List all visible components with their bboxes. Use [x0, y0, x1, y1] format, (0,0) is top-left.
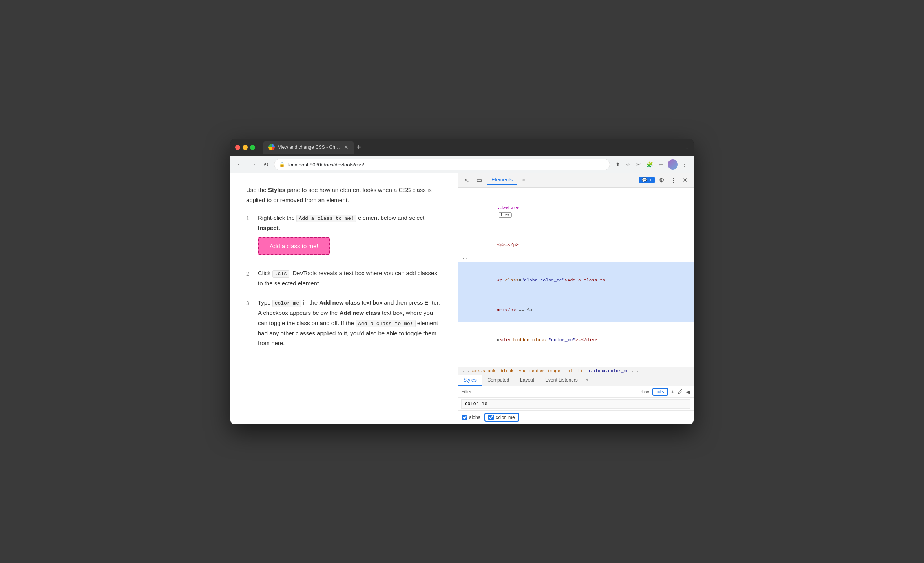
bookmark-button[interactable]: ☆ [624, 160, 632, 169]
flex-badge: flex [499, 212, 512, 218]
step-3-content: Type color_me in the Add new class text … [258, 298, 442, 348]
device-toolbar-button[interactable]: ▭ [474, 175, 484, 185]
step-number-2: 2 [246, 269, 252, 279]
browser-tab[interactable]: View and change CSS - Chrom… ✕ [263, 141, 354, 154]
close-button[interactable] [235, 145, 240, 150]
dom-pseudo-before: ::before [497, 205, 519, 210]
add-new-class-bold2: Add new class [340, 309, 380, 316]
breadcrumb-item-3[interactable]: p.aloha.color_me [587, 369, 629, 373]
breadcrumb-dots: ... [462, 369, 470, 373]
url-text: localhost:8080/docs/devtools/css/ [288, 162, 364, 168]
color-me-checkbox[interactable] [488, 415, 494, 420]
aloha-checkbox[interactable] [462, 415, 467, 420]
forward-button[interactable]: → [248, 159, 258, 170]
step-1-content: Right-click the Add a class to me! eleme… [258, 213, 442, 259]
styles-tab-event-listeners[interactable]: Event Listeners [540, 375, 583, 386]
new-tab-button[interactable]: + [356, 143, 361, 151]
add-class-code2: Add a class to me! [356, 320, 415, 327]
class-input[interactable] [461, 399, 690, 409]
step-1: 1 Right-click the Add a class to me! ele… [246, 213, 442, 259]
filter-input[interactable] [461, 389, 638, 395]
dom-line-p1: <p>…</p> [458, 227, 694, 256]
browser-content: Use the Styles pane to see how an elemen… [230, 173, 694, 424]
hov-button[interactable]: :hov [641, 389, 649, 394]
notification-icon: 💬 [642, 177, 647, 183]
styles-tab-bar: Styles Computed Layout Event Listeners » [458, 375, 694, 386]
address-bar: ← → ↻ 🔒 localhost:8080/docs/devtools/css… [230, 156, 694, 173]
class-toggle-color-me[interactable]: color_me [484, 413, 519, 422]
close-devtools-button[interactable]: ✕ [681, 176, 690, 185]
share-button[interactable]: ⬆ [614, 160, 622, 169]
step-number-1: 1 [246, 214, 252, 223]
menu-button[interactable]: ⋮ [680, 160, 689, 169]
color-me-code: color_me [272, 300, 301, 307]
cls-button[interactable]: .cls [652, 388, 668, 396]
sidebar-button[interactable]: ▭ [657, 160, 665, 169]
devtools-panel: ↖ ▭ Elements » 💬 1 ⚙ ⋮ ✕ [458, 173, 694, 424]
step-2-content: Click .cls. DevTools reveals a text box … [258, 268, 442, 289]
tab-close-icon[interactable]: ✕ [344, 144, 349, 150]
dom-line-selected2[interactable]: me!</p> == $0 [458, 292, 694, 322]
tab-bar: View and change CSS - Chrom… ✕ + [263, 141, 682, 154]
breadcrumb-item-0[interactable]: ack.stack--block.type.center-images [472, 369, 563, 373]
breadcrumb-bar: ... ack.stack--block.type.center-images … [458, 367, 694, 375]
settings-button[interactable]: ⚙ [657, 176, 666, 185]
add-new-class-bold1: Add new class [319, 299, 360, 306]
step-3: 3 Type color_me in the Add new class tex… [246, 298, 442, 348]
step-1-code: Add a class to me! [296, 215, 356, 222]
class-toggle-aloha[interactable]: aloha [462, 415, 480, 420]
address-input[interactable]: 🔒 localhost:8080/docs/devtools/css/ [274, 159, 610, 170]
dom-line-selected1[interactable]: <p class="aloha color_me">Add a class to [458, 262, 694, 292]
styles-tab-layout[interactable]: Layout [515, 375, 540, 386]
inspect-bold: Inspect. [258, 225, 280, 231]
step-2: 2 Click .cls. DevTools reveals a text bo… [246, 268, 442, 289]
step-2-text: Click .cls. DevTools reveals a text box … [258, 270, 437, 287]
inspect-tool-button[interactable]: ↖ [462, 175, 472, 185]
tab-dropdown-icon[interactable]: ⌄ [685, 144, 689, 150]
step-number-3: 3 [246, 299, 252, 308]
media-button[interactable]: ◀ [686, 389, 690, 395]
styles-tab-computed[interactable]: Computed [482, 375, 515, 386]
minimize-button[interactable] [243, 145, 248, 150]
demo-button[interactable]: Add a class to me! [258, 237, 330, 255]
add-rule-button[interactable]: + [671, 389, 674, 395]
dom-dots: ··· [458, 256, 694, 262]
back-button[interactable]: ← [235, 159, 245, 170]
color-picker-button[interactable]: 🖊 [677, 389, 683, 395]
profile-avatar[interactable] [668, 159, 678, 170]
dom-line-div[interactable]: ▶<div hidden class="color_me">…</div> [458, 322, 694, 351]
maximize-button[interactable] [250, 145, 255, 150]
color-me-label: color_me [495, 415, 515, 420]
security-icon: 🔒 [279, 162, 285, 167]
devtools-tab-strip: Elements » [487, 175, 636, 185]
devtools-header-actions: 💬 1 ⚙ ⋮ ✕ [639, 176, 690, 185]
dom-line-pseudo: ::before flex [458, 189, 694, 227]
devtools-tab-elements[interactable]: Elements [487, 175, 517, 185]
breadcrumb-item-2[interactable]: li [577, 369, 583, 373]
cut-icon[interactable]: ✂ [635, 160, 643, 169]
browser-window: View and change CSS - Chrom… ✕ + ⌄ ← → ↻… [230, 139, 694, 424]
intro-paragraph: Use the Styles pane to see how an elemen… [246, 185, 442, 205]
dom-p-tag[interactable]: <p>…</p> [497, 242, 519, 247]
address-actions: ⬆ ☆ ✂ 🧩 ▭ ⋮ [614, 159, 689, 170]
class-toggles: aloha color_me [458, 411, 694, 424]
traffic-lights [235, 145, 255, 150]
extensions-button[interactable]: 🧩 [645, 160, 655, 169]
reload-button[interactable]: ↻ [262, 159, 270, 170]
tab-favicon [268, 144, 275, 150]
class-input-row [458, 398, 694, 411]
breadcrumb-more[interactable]: ... [631, 369, 639, 373]
filter-bar: :hov .cls + 🖊 ◀ [458, 386, 694, 398]
notification-badge: 💬 1 [639, 177, 655, 183]
tab-title: View and change CSS - Chrom… [278, 144, 341, 150]
devtools-header: ↖ ▭ Elements » 💬 1 ⚙ ⋮ ✕ [458, 173, 694, 188]
styles-tab-more[interactable]: » [583, 375, 591, 386]
step-3-text: Type color_me in the Add new class text … [258, 299, 440, 346]
more-tools-button[interactable]: ⋮ [668, 176, 678, 185]
cls-code: .cls [272, 270, 289, 278]
breadcrumb-item-1[interactable]: ol [568, 369, 573, 373]
devtools-tab-more[interactable]: » [517, 175, 530, 185]
step-1-text: Right-click the Add a class to me! eleme… [258, 214, 424, 231]
aloha-label: aloha [469, 415, 480, 420]
styles-tab-styles[interactable]: Styles [458, 375, 482, 386]
